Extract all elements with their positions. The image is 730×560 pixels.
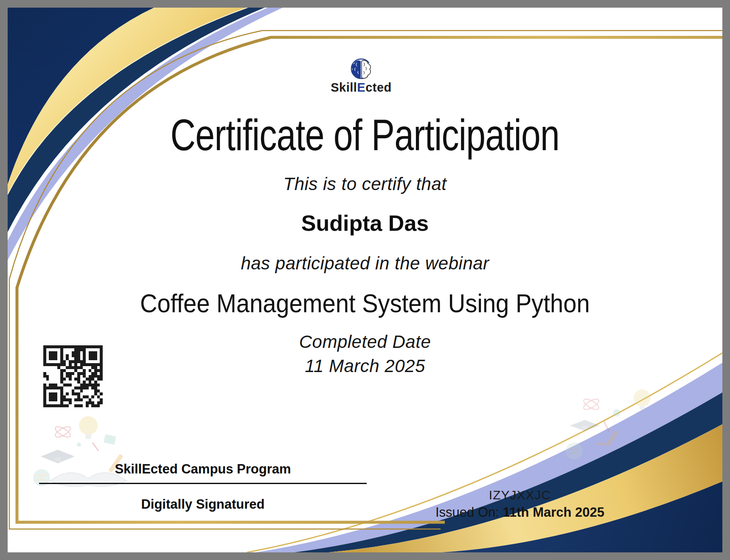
participation-line: has participated in the webinar <box>8 253 722 274</box>
qr-code <box>43 345 103 407</box>
brain-logo-icon <box>349 58 373 82</box>
certificate: SkillEcted Certificate of Participation … <box>8 8 722 552</box>
brand-wordmark: SkillEcted <box>310 81 412 95</box>
completed-date-label: Completed Date <box>8 332 722 352</box>
issue-block: IZYJXXJC Issued On: 11th March 2025 <box>390 488 650 520</box>
certificate-code: IZYJXXJC <box>390 488 650 502</box>
issued-on-line: Issued On: 11th March 2025 <box>390 505 650 520</box>
issued-on-label: Issued On: <box>435 505 499 520</box>
signature-block: SkillEcted Campus Program Digitally Sign… <box>33 462 373 512</box>
issued-on-date: 11th March 2025 <box>503 505 605 520</box>
signature-organization: SkillEcted Campus Program <box>33 462 373 477</box>
wordmark-accent: E <box>357 81 365 94</box>
webinar-title: Coffee Management System Using Python <box>8 288 722 318</box>
certificate-page: { "certificate": { "brand": { "wordmark_… <box>0 0 730 560</box>
signature-line <box>39 483 367 484</box>
recipient-name: Sudipta Das <box>8 210 722 236</box>
certify-line: This is to certify that <box>8 174 722 194</box>
education-doodles-right-icon <box>559 381 657 470</box>
completed-date-value: 11 March 2025 <box>8 356 722 376</box>
wordmark-prefix: Skill <box>331 81 357 94</box>
signature-signed-text: Digitally Signatured <box>33 497 373 512</box>
wordmark-suffix: cted <box>365 81 392 94</box>
certificate-title: Certificate of Participation <box>8 110 722 160</box>
